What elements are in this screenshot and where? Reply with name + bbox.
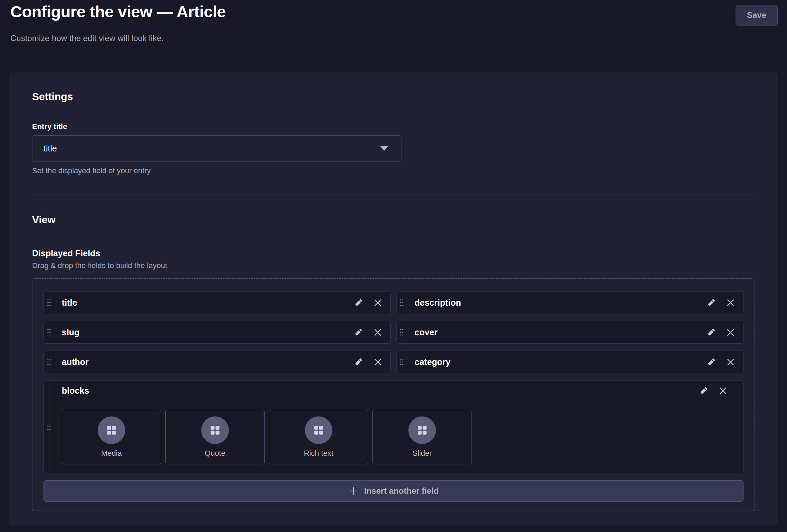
- pencil-icon: [707, 298, 716, 307]
- field-row-author[interactable]: author: [43, 351, 391, 373]
- component-card-slider[interactable]: Slider: [372, 410, 472, 464]
- drag-dots-icon: [400, 299, 404, 306]
- grid-icon: [105, 424, 118, 436]
- component-label: Quote: [205, 449, 225, 458]
- section-divider: [32, 195, 755, 195]
- field-row-cover[interactable]: cover: [396, 321, 744, 344]
- close-icon: [726, 358, 735, 366]
- field-name: slug: [54, 327, 79, 337]
- edit-field-button[interactable]: [354, 298, 363, 307]
- drag-handle[interactable]: [44, 381, 54, 473]
- drag-dots-icon: [47, 328, 51, 336]
- close-icon: [373, 328, 382, 337]
- pencil-icon: [707, 328, 716, 337]
- row-actions: [707, 292, 743, 314]
- remove-field-button[interactable]: [726, 358, 735, 366]
- configure-view-screen: Configure the view — Article Customize h…: [0, 0, 787, 532]
- plus-icon: [348, 486, 359, 496]
- settings-heading: Settings: [32, 90, 755, 103]
- fields-drop-zone: title description: [32, 278, 755, 511]
- save-button[interactable]: Save: [736, 5, 778, 26]
- component-avatar: [305, 416, 332, 444]
- drag-handle[interactable]: [44, 321, 54, 343]
- configuration-panel: Settings Entry title title Set the displ…: [9, 72, 778, 525]
- chevron-down-icon: [380, 146, 388, 151]
- field-row-description[interactable]: description: [396, 291, 744, 314]
- edit-field-button[interactable]: [699, 386, 708, 395]
- remove-field-button[interactable]: [726, 328, 735, 337]
- entry-title-value: title: [43, 144, 57, 154]
- entry-title-hint: Set the displayed field of your entry: [32, 166, 755, 175]
- drag-dots-icon: [47, 358, 51, 366]
- row-actions: [354, 351, 390, 373]
- edit-field-button[interactable]: [354, 328, 363, 337]
- field-row-blocks[interactable]: blocks Medi: [43, 380, 744, 473]
- pencil-icon: [354, 298, 363, 307]
- component-avatar: [201, 416, 229, 444]
- component-card-rich-text[interactable]: Rich text: [269, 410, 368, 464]
- pencil-icon: [707, 357, 716, 367]
- entry-title-label: Entry title: [32, 122, 755, 131]
- field-row-category[interactable]: category: [396, 351, 744, 373]
- component-label: Media: [101, 449, 122, 458]
- drag-handle[interactable]: [397, 351, 407, 373]
- component-label: Rich text: [304, 449, 333, 458]
- close-icon: [726, 328, 735, 337]
- drag-handle[interactable]: [397, 321, 407, 343]
- edit-field-button[interactable]: [707, 357, 716, 367]
- component-label: Slider: [412, 449, 432, 458]
- pencil-icon: [699, 386, 708, 395]
- component-avatar: [408, 416, 436, 444]
- drag-dots-icon: [47, 299, 51, 306]
- remove-field-button[interactable]: [719, 386, 727, 395]
- drag-dots-icon: [400, 328, 404, 336]
- field-name: cover: [407, 327, 438, 337]
- field-name: category: [407, 357, 450, 367]
- pencil-icon: [354, 357, 363, 367]
- row-actions: [707, 351, 743, 373]
- row-actions: [354, 321, 390, 343]
- insert-field-button[interactable]: Insert another field: [43, 480, 744, 502]
- edit-field-button[interactable]: [354, 357, 363, 367]
- view-heading: View: [32, 214, 755, 226]
- page-title: Configure the view — Article: [10, 2, 226, 21]
- field-name: blocks: [62, 385, 736, 396]
- edit-field-button[interactable]: [707, 328, 716, 337]
- edit-field-button[interactable]: [707, 298, 716, 307]
- row-actions: [699, 386, 736, 395]
- drag-handle[interactable]: [44, 351, 54, 373]
- drag-handle[interactable]: [397, 292, 407, 314]
- close-icon: [726, 298, 735, 307]
- displayed-fields-hint: Drag & drop the fields to build the layo…: [32, 261, 755, 270]
- remove-field-button[interactable]: [373, 298, 382, 307]
- close-icon: [719, 386, 727, 395]
- field-row-slug[interactable]: slug: [43, 321, 391, 344]
- component-cards: Media Quote Rich text: [62, 410, 736, 464]
- close-icon: [373, 298, 382, 307]
- remove-field-button[interactable]: [373, 358, 382, 366]
- component-card-media[interactable]: Media: [62, 410, 161, 464]
- component-avatar: [98, 416, 125, 444]
- grid-icon: [209, 424, 221, 436]
- row-actions: [707, 321, 743, 343]
- insert-field-label: Insert another field: [364, 486, 439, 496]
- field-row-title[interactable]: title: [43, 291, 391, 314]
- component-card-quote[interactable]: Quote: [165, 410, 265, 464]
- grid-icon: [416, 424, 428, 436]
- close-icon: [373, 358, 382, 366]
- remove-field-button[interactable]: [373, 328, 382, 337]
- blocks-content: blocks Medi: [54, 381, 743, 473]
- field-name: description: [407, 298, 461, 308]
- drag-dots-icon: [400, 358, 404, 366]
- field-name: title: [54, 298, 77, 308]
- grid-icon: [312, 424, 325, 436]
- remove-field-button[interactable]: [726, 298, 735, 307]
- displayed-fields-label: Displayed Fields: [32, 248, 755, 258]
- page-subtitle: Customize how the edit view will look li…: [10, 33, 164, 43]
- entry-title-select[interactable]: title: [32, 135, 401, 161]
- drag-handle[interactable]: [44, 292, 54, 314]
- pencil-icon: [354, 328, 363, 337]
- field-name: author: [54, 357, 89, 367]
- row-actions: [354, 292, 390, 314]
- drag-dots-icon: [47, 423, 51, 431]
